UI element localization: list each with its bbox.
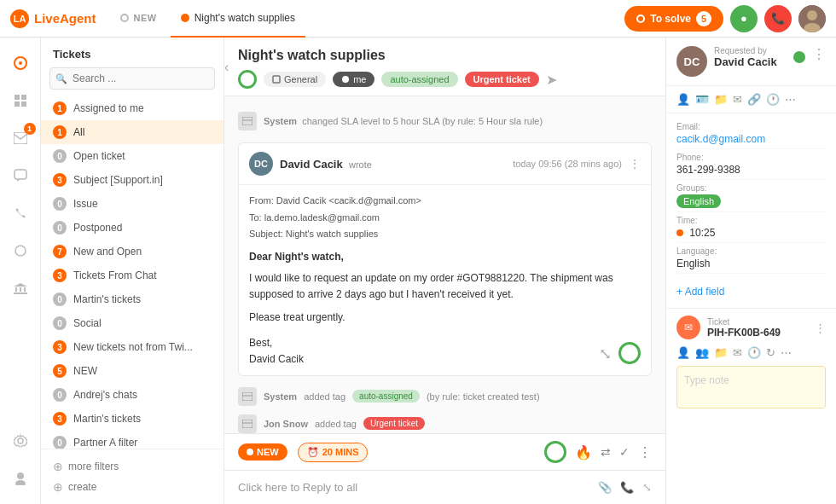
list-item[interactable]: 1Assigned to me — [41, 96, 224, 120]
collapse-arrow[interactable]: ‹ — [224, 60, 229, 75]
list-item[interactable]: 3Subject [Support.in] — [41, 168, 224, 192]
list-item[interactable]: 0Social — [41, 311, 224, 335]
rs-more-icon-2[interactable]: ⋯ — [785, 93, 796, 106]
ticket-count: 5 — [53, 364, 67, 378]
ticket-group-icon[interactable]: 👥 — [695, 346, 709, 359]
ticket-more-icon[interactable]: ⋮ — [815, 322, 826, 334]
sidebar-icon-grid[interactable] — [5, 85, 36, 116]
ticket-folder-icon[interactable]: 📁 — [714, 346, 728, 359]
ticket-clock-icon[interactable]: 🕐 — [747, 346, 761, 359]
ticket-count: 3 — [53, 340, 67, 354]
reply-status-circle — [544, 441, 566, 463]
tag-auto-assigned[interactable]: auto-assigned — [381, 72, 457, 87]
tag-me[interactable]: me — [333, 72, 374, 87]
email-body: From: David Cacik <cacik.d@gmail.com> To… — [239, 185, 651, 375]
rs-more-icon[interactable]: ⋮ — [812, 46, 826, 62]
svg-rect-6 — [21, 95, 26, 100]
phone-reply-icon[interactable]: 📞 — [620, 481, 634, 494]
list-item[interactable]: 0Open ticket — [41, 144, 224, 168]
language-value: English — [676, 258, 826, 269]
svg-rect-24 — [242, 392, 253, 401]
list-item[interactable]: 0Andrej's chats — [41, 383, 224, 407]
search-icon: 🔍 — [55, 73, 67, 84]
system-icon — [238, 112, 257, 130]
email-greeting: Dear Night's watch, — [249, 249, 641, 265]
rs-email-icon[interactable]: ✉ — [733, 93, 742, 106]
rs-person-icon[interactable]: 👤 — [676, 93, 690, 106]
ticket-label: New and Open — [73, 246, 142, 258]
system-message-1: System changed SLA level to 5 hour SLA (… — [238, 107, 652, 136]
email-body-text: I would like to request an update on my … — [249, 270, 641, 303]
rs-folder-icon[interactable]: 📁 — [714, 93, 728, 106]
list-item[interactable]: 0Postponed — [41, 216, 224, 240]
create-filter[interactable]: ⊕ create — [53, 477, 212, 497]
sidebar-icon-bank[interactable] — [5, 273, 36, 304]
auto-assigned-tag: auto-assigned — [352, 390, 420, 403]
rs-field-language: Language: English — [676, 243, 826, 274]
check-icon[interactable]: ✓ — [619, 445, 630, 459]
list-item-all[interactable]: 1All — [41, 120, 224, 144]
sidebar-icon-phone[interactable] — [5, 198, 36, 229]
email-menu-icon[interactable]: ⋮ — [629, 157, 641, 171]
rs-clock-icon[interactable]: 🕐 — [766, 93, 780, 106]
tag-urgent[interactable]: Urgent ticket — [465, 72, 539, 87]
sidebar-icon-email[interactable]: 1 — [5, 123, 36, 154]
forward-icon[interactable]: ➤ — [546, 72, 557, 88]
sidebar-icon-circle[interactable] — [5, 235, 36, 266]
sidebar-icon-chat[interactable] — [5, 160, 36, 191]
tab-new[interactable]: NEW — [110, 0, 167, 38]
tickets-panel: Tickets 🔍 1Assigned to me 1All 0Open tic… — [41, 38, 224, 504]
expand-reply-icon[interactable]: ⤡ — [642, 481, 652, 494]
ticket-more-2-icon[interactable]: ⋯ — [781, 346, 792, 359]
groups-value: English — [676, 194, 826, 208]
svg-rect-13 — [15, 287, 17, 292]
forward-reply-icon[interactable]: ⇄ — [601, 445, 611, 459]
add-field-button[interactable]: + Add field — [666, 279, 836, 304]
sidebar-icon-dashboard[interactable] — [5, 48, 36, 78]
reply-text-area[interactable]: Click here to Reply to all 📎 📞 ⤡ — [224, 470, 665, 504]
flame-icon[interactable]: 🔥 — [575, 444, 592, 461]
list-item[interactable]: 5NEW — [41, 359, 224, 383]
sidebar-icon-person[interactable] — [5, 463, 36, 494]
search-input[interactable] — [49, 67, 215, 90]
more-filters[interactable]: ⊕ more filters — [53, 456, 212, 477]
tab-active[interactable]: Night's watch supplies — [171, 0, 305, 38]
list-item[interactable]: 0Martin's tickets — [41, 287, 224, 311]
attachment-icon[interactable]: 📎 — [598, 481, 612, 494]
logo-icon: LA — [10, 9, 29, 28]
ticket-email-icon[interactable]: ✉ — [733, 346, 742, 359]
tag-event-1-action: added tag — [304, 391, 345, 402]
list-item[interactable]: 0Partner A filter — [41, 431, 224, 449]
status-green-button[interactable]: ● — [730, 5, 758, 32]
more-filters-icon: ⊕ — [53, 460, 63, 473]
phone-button[interactable]: 📞 — [764, 5, 792, 32]
email-label: Email: — [676, 122, 826, 131]
tag-event-1-actor: System — [264, 391, 297, 402]
svg-point-11 — [15, 246, 26, 256]
tag-event-2-action: added tag — [315, 419, 357, 429]
list-item[interactable]: 3Tickets From Chat — [41, 264, 224, 287]
sidebar-icon-gear[interactable] — [5, 426, 36, 456]
ticket-label: Social — [73, 317, 102, 329]
rs-card-icon[interactable]: 🪪 — [695, 93, 709, 106]
list-item[interactable]: 3New tickets not from Twi... — [41, 335, 224, 359]
logo-text: LiveAgent — [34, 11, 96, 26]
ticket-person-icon[interactable]: 👤 — [676, 346, 690, 359]
phone-icon: 📞 — [771, 12, 785, 25]
more-icon[interactable]: ⋮ — [638, 444, 652, 461]
list-item[interactable]: 3Martin's tickets — [41, 407, 224, 431]
email-value[interactable]: cacik.d@gmail.com — [676, 133, 826, 145]
solve-button[interactable]: To solve 5 — [624, 6, 723, 32]
ticket-label: NEW — [73, 365, 97, 377]
list-item[interactable]: 7New and Open — [41, 240, 224, 264]
list-item[interactable]: 0Issue — [41, 192, 224, 216]
note-area[interactable]: Type note — [676, 366, 826, 408]
user-avatar[interactable] — [798, 5, 826, 32]
ticket-refresh-icon[interactable]: ↻ — [766, 346, 775, 359]
rs-ticket-header: ✉ Ticket PIH-FK00B-649 ⋮ — [676, 316, 826, 339]
tag-general[interactable]: General — [264, 72, 326, 87]
expand-arrow-icon[interactable]: ⤡ — [599, 342, 612, 367]
rs-link-icon[interactable]: 🔗 — [747, 93, 761, 106]
ticket-id: PIH-FK00B-649 — [707, 327, 781, 339]
active-tab-label: Night's watch supplies — [194, 12, 295, 24]
